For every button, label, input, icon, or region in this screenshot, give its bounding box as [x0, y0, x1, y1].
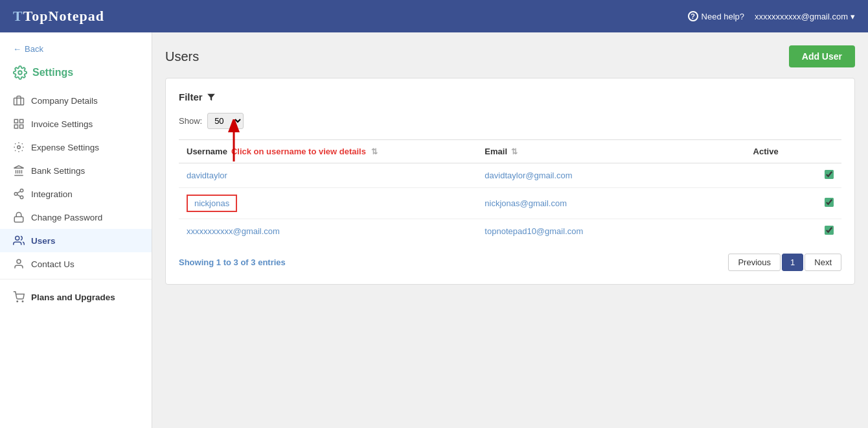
email-header: Email — [485, 147, 507, 156]
page-title: Users — [165, 49, 199, 64]
content-card: Filter Show: 50 10 25 100 — [165, 78, 855, 285]
active-checkbox-topnotepad[interactable] — [825, 226, 834, 235]
sidebar-item-label: Change Password — [31, 213, 102, 222]
sidebar-item-label: Integration — [31, 189, 73, 199]
td-username-email: xxxxxxxxxxx@gmail.com — [179, 219, 477, 244]
integration-icon — [13, 188, 25, 200]
user-email-menu[interactable]: xxxxxxxxxxx@gmail.com ▾ — [755, 12, 855, 21]
settings-label: Settings — [32, 67, 73, 78]
sidebar-item-bank-settings[interactable]: Bank Settings — [0, 159, 152, 182]
table-row: xxxxxxxxxxx@gmail.com topnotepad10@gmail… — [179, 219, 841, 244]
sidebar-item-expense-settings[interactable]: Expense Settings — [0, 136, 152, 159]
svg-rect-18 — [14, 217, 23, 222]
username-sort-icon[interactable]: ⇅ — [371, 147, 378, 156]
sidebar-item-label: Contact Us — [31, 259, 74, 269]
active-checkbox-davidtaylor[interactable] — [825, 170, 834, 179]
sidebar-item-integration[interactable]: Integration — [0, 182, 152, 206]
next-button[interactable]: Next — [805, 254, 841, 271]
sidebar-item-change-password[interactable]: Change Password — [0, 206, 152, 229]
svg-rect-4 — [14, 125, 17, 128]
th-username: Username Click on username to view detai… — [179, 140, 477, 163]
th-email: Email ⇅ — [477, 140, 745, 163]
users-icon — [13, 235, 25, 246]
building-icon — [13, 95, 25, 106]
show-label: Show: — [179, 116, 202, 126]
td-active-topnotepad — [746, 219, 841, 244]
td-username: davidtaylor — [179, 163, 477, 188]
svg-point-19 — [16, 236, 19, 240]
need-help[interactable]: ? Need help? — [688, 11, 745, 21]
previous-button[interactable]: Previous — [728, 254, 781, 271]
help-circle-icon: ? — [688, 11, 698, 21]
logo: TTopNotepad — [13, 8, 104, 25]
username-box-nickjonas: nickjonas — [187, 195, 237, 212]
sidebar-item-invoice-settings[interactable]: Invoice Settings — [0, 112, 152, 136]
lock-icon — [13, 211, 25, 223]
svg-point-22 — [22, 301, 23, 302]
click-hint-text: Click on username to view details — [231, 147, 366, 156]
pagination-section: Showing 1 to 3 of 3 entries Previous 1 N… — [179, 254, 841, 271]
sidebar-item-label: Company Details — [31, 96, 98, 106]
svg-marker-12 — [14, 166, 24, 169]
from-number: 1 — [216, 257, 221, 267]
svg-rect-1 — [14, 98, 24, 105]
td-active — [746, 163, 841, 188]
user-email-text: xxxxxxxxxxx@gmail.com — [755, 12, 848, 21]
active-checkbox-nickjonas[interactable] — [825, 198, 834, 207]
username-link-davidtaylor[interactable]: davidtaylor — [187, 171, 227, 180]
svg-point-0 — [18, 71, 22, 75]
email-link-nickjonas[interactable]: nickjonas@gmail.com — [485, 198, 567, 208]
sidebar-item-label: Users — [31, 236, 56, 246]
svg-point-21 — [17, 301, 18, 302]
contact-icon — [13, 258, 25, 270]
sidebar: ← Back Settings Company Details Invoice … — [0, 32, 152, 428]
need-help-label: Need help? — [702, 12, 745, 21]
back-arrow-icon: ← — [13, 44, 21, 54]
sidebar-item-label: Invoice Settings — [31, 119, 93, 129]
svg-rect-3 — [20, 119, 23, 123]
layout: ← Back Settings Company Details Invoice … — [0, 32, 868, 428]
filter-label: Filter — [179, 91, 203, 102]
email-link-davidtaylor[interactable]: davidtaylor@gmail.com — [485, 171, 572, 180]
users-table: Username Click on username to view detai… — [179, 139, 841, 243]
svg-point-15 — [20, 196, 23, 199]
back-link[interactable]: ← Back — [0, 39, 152, 62]
th-active: Active — [746, 140, 841, 163]
settings-header: Settings — [0, 62, 152, 89]
filter-icon — [207, 93, 216, 102]
to-number: 3 — [234, 257, 238, 267]
sidebar-item-users[interactable]: Users — [0, 229, 152, 252]
page-header: Users Add User — [165, 45, 855, 67]
sidebar-divider — [0, 279, 152, 279]
add-user-button[interactable]: Add User — [789, 45, 855, 67]
svg-point-20 — [17, 259, 21, 263]
svg-marker-23 — [207, 93, 215, 101]
username-link-nickjonas[interactable]: nickjonas — [194, 198, 229, 208]
username-link-email[interactable]: xxxxxxxxxxx@gmail.com — [187, 226, 280, 236]
sidebar-item-plans[interactable]: Plans and Upgrades — [0, 285, 152, 309]
email-sort-icon[interactable]: ⇅ — [511, 147, 518, 156]
sidebar-item-company-details[interactable]: Company Details — [0, 89, 152, 112]
show-select[interactable]: 50 10 25 100 — [207, 113, 244, 129]
cart-icon — [13, 291, 25, 303]
table-row: nickjonas nickjonas@gmail.com — [179, 188, 841, 219]
main-content: Users Add User Filter Show: 50 10 25 100 — [152, 32, 868, 428]
gear-icon — [13, 141, 25, 153]
total-number: 3 — [251, 257, 255, 267]
logo-top: T — [13, 8, 23, 24]
td-active-nickjonas — [746, 188, 841, 219]
page-number-1[interactable]: 1 — [782, 254, 803, 271]
svg-line-17 — [17, 191, 20, 193]
username-header: Username — [187, 147, 227, 156]
sidebar-item-label: Bank Settings — [31, 166, 85, 176]
plans-label: Plans and Upgrades — [31, 292, 115, 302]
svg-point-14 — [14, 193, 17, 196]
grid-icon — [13, 118, 25, 130]
svg-point-6 — [17, 146, 21, 149]
svg-line-16 — [17, 195, 20, 196]
sidebar-item-contact-us[interactable]: Contact Us — [0, 252, 152, 276]
td-username-nickjonas: nickjonas — [179, 188, 477, 219]
email-link-topnotepad[interactable]: topnotepad10@gmail.com — [485, 226, 583, 236]
td-email-topnotepad: topnotepad10@gmail.com — [477, 219, 745, 244]
filter-section: Filter — [179, 91, 841, 102]
